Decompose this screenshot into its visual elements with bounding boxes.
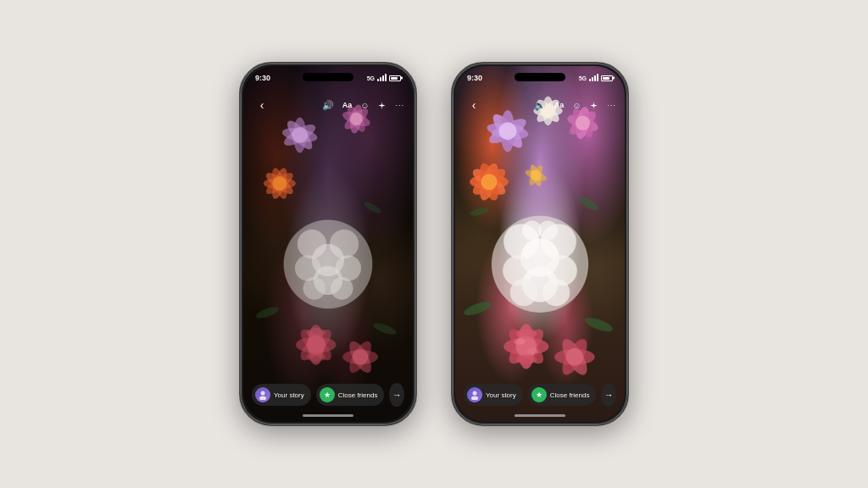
more-icon-left[interactable]: ··· <box>395 101 404 109</box>
phone-screen-right: 9:30 5G ‹ <box>455 66 625 422</box>
svg-point-95 <box>473 391 477 396</box>
your-story-label-right: Your story <box>486 391 516 399</box>
bottom-bar-right: Your story ★ Close friends → <box>455 383 625 407</box>
signal-bars-right <box>589 75 598 81</box>
sound-icon-left[interactable]: 🔊 <box>322 100 334 111</box>
battery-icon-left <box>389 75 401 81</box>
signal-bar-r3 <box>594 75 596 81</box>
top-toolbar-left: ‹ 🔊 Aa ☺ ··· <box>243 90 413 120</box>
send-button-left[interactable]: → <box>389 383 404 407</box>
status-time-left: 9:30 <box>255 74 270 82</box>
close-friends-icon-left: ★ <box>320 387 335 402</box>
battery-fill-left <box>391 77 398 80</box>
back-button-left[interactable]: ‹ <box>252 98 272 112</box>
signal-bar-r4 <box>597 74 598 81</box>
back-button-right[interactable]: ‹ <box>464 98 484 112</box>
send-button-right[interactable]: → <box>601 383 616 407</box>
svg-point-39 <box>261 391 265 396</box>
close-friends-label-right: Close friends <box>550 391 590 399</box>
signal-label-left: 5G <box>367 75 375 81</box>
sticker-icon-left[interactable]: ☺ <box>360 101 369 110</box>
signal-bars-left <box>377 75 387 81</box>
signal-bar-r2 <box>592 77 593 81</box>
signal-bar-r1 <box>589 79 591 81</box>
phone-frame-right: 9:30 5G ‹ <box>451 62 629 426</box>
text-tool-icon-right[interactable]: Aa <box>554 101 565 109</box>
sparkle-icon-right[interactable] <box>589 101 598 110</box>
phone-frame-left: 9:30 5G ‹ <box>239 62 417 426</box>
battery-icon-right <box>601 75 613 81</box>
status-time-right: 9:30 <box>467 74 482 82</box>
home-indicator-right <box>515 414 565 417</box>
close-friends-button-right[interactable]: ★ Close friends <box>528 384 597 406</box>
signal-bar-2 <box>380 77 381 81</box>
sparkle-icon-left[interactable] <box>377 101 387 110</box>
status-icons-left: 5G <box>367 75 401 81</box>
more-icon-right[interactable]: ··· <box>607 101 616 109</box>
signal-bar-4 <box>385 74 387 81</box>
signal-bar-3 <box>382 75 384 81</box>
close-friends-icon-right: ★ <box>531 387 547 402</box>
battery-fill-right <box>603 77 609 80</box>
user-avatar-left <box>255 387 270 402</box>
svg-point-40 <box>259 396 266 401</box>
close-friends-label-left: Close friends <box>338 391 378 399</box>
text-tool-icon-left[interactable]: Aa <box>342 101 353 109</box>
status-icons-right: 5G <box>579 75 613 81</box>
sticker-icon-right[interactable]: ☺ <box>572 101 581 110</box>
toolbar-icons-left: 🔊 Aa ☺ ··· <box>322 100 404 111</box>
signal-bar-1 <box>377 79 379 81</box>
close-friends-button-left[interactable]: ★ Close friends <box>316 384 385 406</box>
home-indicator-left <box>303 414 353 417</box>
signal-label-right: 5G <box>579 75 587 81</box>
sound-icon-right[interactable]: 🔊 <box>534 100 546 111</box>
your-story-button-right[interactable]: Your story <box>464 384 523 406</box>
dynamic-island-right <box>515 73 565 81</box>
your-story-label-left: Your story <box>274 391 304 399</box>
right-phone: 9:30 5G ‹ <box>451 62 629 426</box>
user-avatar-right <box>467 387 482 402</box>
top-toolbar-right: ‹ 🔊 Aa ☺ ··· <box>455 90 625 120</box>
bottom-bar-left: Your story ★ Close friends → <box>243 383 413 407</box>
svg-point-96 <box>471 396 478 401</box>
dynamic-island-left <box>303 73 353 81</box>
your-story-button-left[interactable]: Your story <box>252 384 311 406</box>
toolbar-icons-right: 🔊 Aa ☺ ··· <box>534 100 616 111</box>
phone-screen-left: 9:30 5G ‹ <box>243 66 413 422</box>
left-phone: 9:30 5G ‹ <box>239 62 417 426</box>
